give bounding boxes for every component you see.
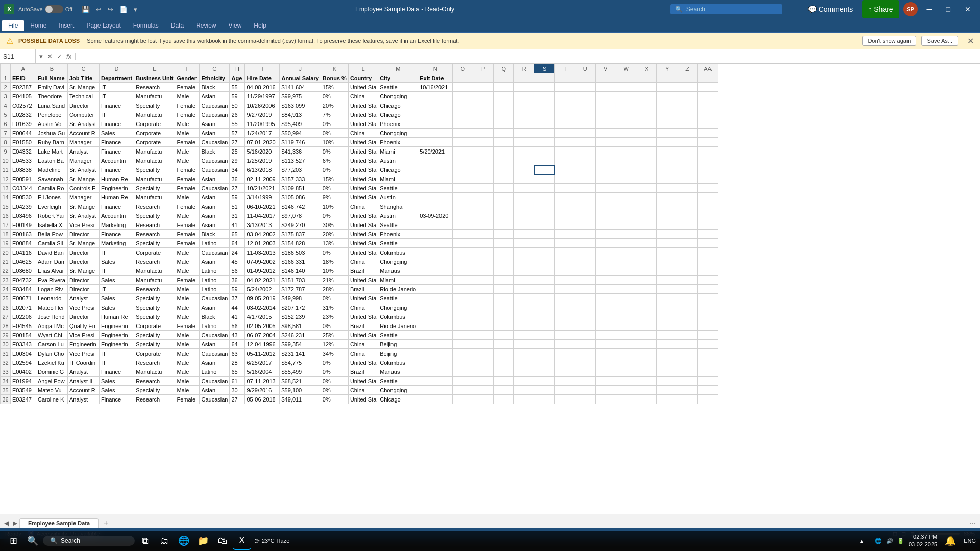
empty-cell[interactable]: [616, 184, 636, 193]
empty-cell[interactable]: [677, 239, 698, 248]
empty-cell[interactable]: [698, 377, 718, 386]
cell[interactable]: Male: [175, 266, 200, 276]
cell[interactable]: 55: [230, 119, 245, 129]
empty-cell[interactable]: [657, 202, 677, 211]
empty-cell[interactable]: [473, 276, 494, 285]
cell[interactable]: Speciality: [134, 386, 175, 395]
cell[interactable]: 11-03-2013: [245, 248, 280, 257]
cell[interactable]: [418, 193, 453, 202]
cell[interactable]: 0%: [321, 165, 348, 174]
col-header-W[interactable]: W: [616, 64, 636, 73]
empty-cell[interactable]: [514, 340, 534, 349]
empty-cell[interactable]: [494, 110, 514, 119]
empty-cell[interactable]: [453, 156, 473, 165]
empty-cell[interactable]: [657, 303, 677, 312]
cell[interactable]: 9/29/2016: [245, 386, 280, 395]
cell[interactable]: 25: [230, 147, 245, 156]
empty-cell[interactable]: [636, 193, 657, 202]
empty-cell[interactable]: [494, 294, 514, 303]
cell[interactable]: [418, 165, 453, 174]
table-row[interactable]: 10E04533Easton BaManagerAccountinManufac…: [1, 156, 718, 165]
empty-cell[interactable]: [514, 165, 534, 174]
empty-cell[interactable]: [473, 147, 494, 156]
cell[interactable]: Corporate: [134, 248, 175, 257]
empty-cell[interactable]: [473, 349, 494, 358]
cell[interactable]: 01-09-2012: [245, 266, 280, 276]
cell[interactable]: Manufactu: [134, 193, 175, 202]
cell[interactable]: E04533: [11, 156, 36, 165]
cell[interactable]: Quality En: [68, 321, 100, 331]
cell[interactable]: Manufactu: [134, 266, 175, 276]
cell[interactable]: [418, 138, 453, 147]
table-row[interactable]: 7E00644Joshua GuAccount RSalesCorporateM…: [1, 129, 718, 138]
cell[interactable]: 12-01-2003: [245, 239, 280, 248]
cell[interactable]: [418, 239, 453, 248]
cell[interactable]: E04105: [11, 92, 36, 101]
empty-cell[interactable]: [657, 340, 677, 349]
empty-cell[interactable]: [494, 129, 514, 138]
cell[interactable]: 06-10-2021: [245, 202, 280, 211]
empty-cell[interactable]: [677, 101, 698, 110]
empty-cell[interactable]: [616, 101, 636, 110]
cell[interactable]: Asian: [200, 220, 230, 230]
cell[interactable]: [418, 294, 453, 303]
empty-cell[interactable]: [596, 321, 616, 331]
empty-cell[interactable]: [698, 92, 718, 101]
clock[interactable]: 02:37 PM 03-02-2025: [909, 533, 937, 539]
empty-cell[interactable]: [453, 377, 473, 386]
empty-cell[interactable]: [514, 156, 534, 165]
cell[interactable]: Beijing: [378, 349, 418, 358]
cell[interactable]: $151,703: [280, 276, 321, 285]
cell[interactable]: China: [348, 257, 378, 266]
empty-cell[interactable]: [555, 165, 575, 174]
empty-cell[interactable]: [677, 83, 698, 92]
empty-cell[interactable]: [657, 220, 677, 230]
empty-cell[interactable]: [575, 285, 596, 294]
empty-cell[interactable]: [555, 331, 575, 340]
empty-cell[interactable]: [575, 202, 596, 211]
empty-cell[interactable]: [534, 110, 555, 119]
empty-cell[interactable]: [636, 138, 657, 147]
cell[interactable]: [418, 303, 453, 312]
header-Age[interactable]: Age: [230, 73, 245, 83]
cell[interactable]: 56: [230, 321, 245, 331]
cell[interactable]: E02832: [11, 110, 36, 119]
cell[interactable]: Latino: [200, 285, 230, 294]
cell[interactable]: Joshua Gu: [36, 129, 68, 138]
empty-cell[interactable]: [514, 331, 534, 340]
cell[interactable]: E00671: [11, 294, 36, 303]
cell[interactable]: 0%: [321, 248, 348, 257]
empty-cell[interactable]: [473, 230, 494, 239]
cell[interactable]: 30%: [321, 220, 348, 230]
header-HireDate[interactable]: Hire Date: [245, 73, 280, 83]
empty-cell[interactable]: [677, 147, 698, 156]
empty-cell[interactable]: [636, 303, 657, 312]
cell[interactable]: Carson Lu: [36, 340, 68, 349]
tab-home[interactable]: Home: [24, 20, 53, 31]
empty-cell[interactable]: [596, 147, 616, 156]
cell[interactable]: Vice Presi: [68, 303, 100, 312]
cell[interactable]: $175,837: [280, 230, 321, 239]
empty-cell[interactable]: [698, 386, 718, 395]
undo-icon[interactable]: ↩: [94, 5, 104, 14]
cell[interactable]: E03680: [11, 266, 36, 276]
empty-cell[interactable]: [575, 129, 596, 138]
cell[interactable]: Speciality: [134, 294, 175, 303]
empty-cell[interactable]: [473, 257, 494, 266]
cell[interactable]: Computer: [68, 110, 100, 119]
empty-cell[interactable]: [534, 303, 555, 312]
cell[interactable]: 18%: [321, 257, 348, 266]
cell[interactable]: 27: [230, 184, 245, 193]
empty-cell[interactable]: [555, 312, 575, 321]
empty-cell[interactable]: [596, 248, 616, 257]
empty-cell[interactable]: [453, 266, 473, 276]
tab-file[interactable]: File: [2, 20, 24, 31]
header-JobTitle[interactable]: Job Title: [68, 73, 100, 83]
empty-cell[interactable]: [555, 129, 575, 138]
cell[interactable]: $172,787: [280, 285, 321, 294]
empty-cell[interactable]: [616, 340, 636, 349]
empty-cell[interactable]: [636, 395, 657, 404]
empty-cell[interactable]: [514, 174, 534, 184]
col-header-Z[interactable]: Z: [677, 64, 698, 73]
empty-cell[interactable]: [534, 276, 555, 285]
